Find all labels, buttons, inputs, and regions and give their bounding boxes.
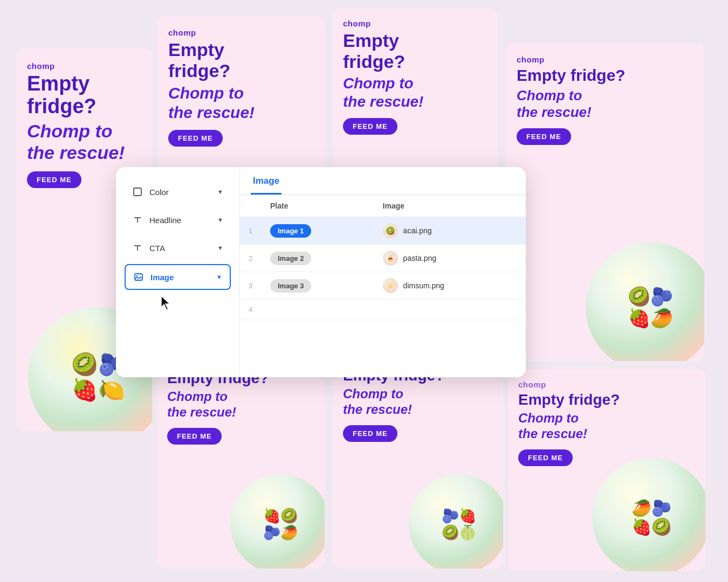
col-header-num [240,195,262,217]
image-cell-1: 🥝 acai.png [374,217,526,245]
ad-card-6: chomp Empty fridge? Chomp tothe rescue! … [333,345,503,569]
ad-card-5: chomp Empty fridge? Chomp tothe rescue! … [157,348,325,569]
sidebar-item-headline[interactable]: Headline ▼ [125,208,231,232]
img-thumb-3: 🥟 [383,278,398,293]
ad-tagline-1: Chomp tothe rescue! [27,120,141,164]
svg-rect-0 [134,188,141,196]
ad-headline-4: Empty fridge? [517,66,693,85]
sidebar-image-label: Image [150,273,210,282]
svg-point-6 [136,275,138,276]
feed-btn-2[interactable]: FEED ME [168,130,223,147]
square-icon [132,186,143,197]
chevron-down-icon-headline: ▼ [217,217,223,223]
brand-logo-3: chomp [343,19,488,28]
panel-main-content: Image Plate Image 1 Image 1 [240,167,526,377]
sidebar-color-label: Color [149,188,211,197]
brand-logo-4: chomp [517,55,693,64]
brand-logo-1: chomp [27,61,141,71]
row-num-2: 2 [240,245,262,272]
ad-headline-7: Empty fridge? [518,391,696,408]
svg-rect-5 [135,274,142,280]
chevron-down-icon-cta: ▼ [217,245,223,251]
sidebar-item-color[interactable]: Color ▼ [125,180,231,204]
ad-tagline-5: Chomp tothe rescue! [167,389,315,420]
brand-logo-2: chomp [168,28,314,37]
feed-btn-5[interactable]: FEED ME [167,428,222,445]
col-header-plate: Plate [262,195,374,217]
plate-badge-1[interactable]: Image 1 [270,224,311,238]
ad-headline-3: Emptyfridge? [343,30,488,72]
ad-tagline-3: Chomp tothe rescue! [343,74,488,110]
sidebar-cta-label: CTA [149,244,211,253]
img-thumb-1: 🥝 [383,223,398,238]
image-icon [133,272,144,282]
text-icon-headline [132,214,143,225]
feed-btn-7[interactable]: FEED ME [518,449,573,466]
image-cell-4 [374,300,526,320]
tab-image[interactable]: Image [251,167,281,195]
mouse-cursor [159,295,172,313]
ad-headline-1: Emptyfridge? [27,73,141,118]
img-filename-1: acai.png [403,226,432,235]
plate-cell-1[interactable]: Image 1 [262,217,374,245]
settings-panel: Color ▼ Headline ▼ CTA ▼ [116,167,526,377]
plate-badge-2[interactable]: Image 2 [270,252,311,265]
sidebar-item-cta[interactable]: CTA ▼ [125,236,231,260]
table-row: 1 Image 1 🥝 acai.png [240,217,526,245]
brand-logo-7: chomp [518,380,696,389]
img-filename-3: dimsum.png [403,281,444,290]
text-icon-cta [132,242,143,253]
sidebar-item-image[interactable]: Image ▼ [125,264,231,290]
ad-card-4: chomp Empty fridge? Chomp tothe rescue! … [506,43,704,361]
row-num-4: 4 [240,300,262,320]
table-row: 2 Image 2 🍝 pasta.png [240,245,526,272]
table-row: 4 [240,300,526,320]
feed-btn-6[interactable]: FEED ME [343,425,397,442]
plate-cell-4[interactable] [262,300,374,320]
panel-sidebar: Color ▼ Headline ▼ CTA ▼ [116,167,240,377]
ad-tagline-4: Chomp tothe rescue! [517,87,693,121]
ad-headline-2: Emptyfridge? [168,39,314,81]
image-cell-2: 🍝 pasta.png [374,245,526,272]
chevron-down-icon-image: ▼ [216,274,222,280]
row-num-1: 1 [240,217,262,245]
img-thumb-2: 🍝 [383,251,398,266]
panel-tabs: Image [240,167,526,195]
feed-btn-4[interactable]: FEED ME [517,128,571,145]
table-row: 3 Image 3 🥟 dimsum.png [240,272,526,300]
ad-tagline-2: Chomp tothe rescue! [168,84,314,122]
plate-cell-2[interactable]: Image 2 [262,245,374,272]
plate-badge-3[interactable]: Image 3 [270,279,311,293]
feed-btn-3[interactable]: FEED ME [343,118,397,135]
ad-card-7: chomp Empty fridge? Chomp tothe rescue! … [509,369,705,571]
image-cell-3: 🥟 dimsum.png [374,272,526,300]
sidebar-headline-label: Headline [149,216,211,225]
ad-tagline-6: Chomp tothe rescue! [343,386,493,418]
img-filename-2: pasta.png [403,254,437,262]
col-header-image: Image [374,195,526,217]
svg-marker-7 [161,296,170,310]
chevron-down-icon-color: ▼ [217,189,223,195]
plate-cell-3[interactable]: Image 3 [262,272,374,300]
feed-btn-1[interactable]: FEED ME [27,171,81,188]
ad-tagline-7: Chomp tothe rescue! [518,411,696,442]
panel-table: Plate Image 1 Image 1 🥝 [240,195,526,377]
row-num-3: 3 [240,272,262,300]
